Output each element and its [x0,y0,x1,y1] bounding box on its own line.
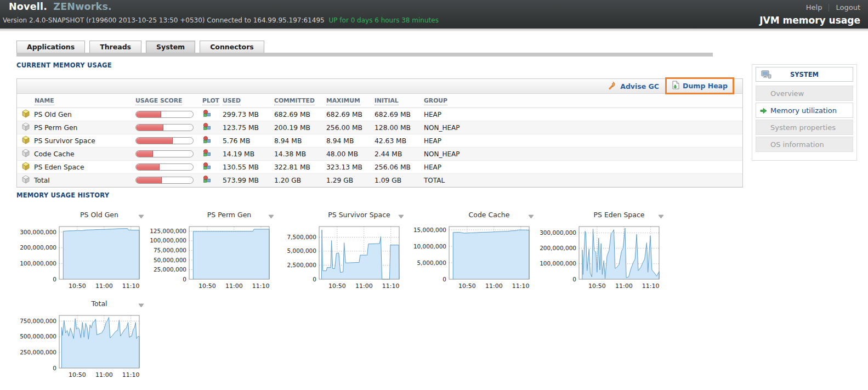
plot-cell [202,122,223,133]
group-value: HEAP [424,163,742,171]
committed-value: 200.19 MB [274,124,326,132]
sidebar-system-header[interactable]: SYSTEM [756,67,853,82]
column-header-name: NAME [17,97,135,104]
column-header-used: USED [223,97,274,104]
dump-heap-label: Dump Heap [683,82,728,90]
column-header-label[interactable]: USED [223,97,241,105]
version-line: Version 2.4.0-SNAPSHOT (r199600 2013-10-… [3,16,439,24]
column-header-label[interactable]: USAGE SCORE [135,97,182,105]
links-divider [829,4,829,12]
chart-icon[interactable] [202,149,211,159]
chart-title-row: PS Eden Space [536,209,666,222]
svg-text:5,000,000: 5,000,000 [287,247,316,254]
brand-logo: Novell. ZENworks. [9,1,112,12]
svg-text:100,000,000: 100,000,000 [20,260,56,267]
chevron-down-icon[interactable] [138,213,144,221]
chevron-down-icon[interactable] [528,213,534,221]
plot-cell [202,135,223,146]
sidebar-item-system-properties[interactable]: System properties [756,120,853,135]
tab-connectors[interactable]: Connectors [200,41,264,53]
sidebar-item-os-information[interactable]: OS information [756,137,853,152]
maximum-value: 8.94 MB [326,137,375,145]
chevron-down-icon[interactable] [138,302,144,309]
chart-plot: 025,000,00050,000,00075,000,000100,000,0… [146,222,276,292]
chevron-down-icon[interactable] [658,213,664,221]
svg-text:11:00: 11:00 [485,282,503,290]
table-row: PS Eden Space130.55 MB322.81 MB323.13 MB… [17,161,742,174]
group-value: NON_HEAP [424,150,742,158]
chart-icon[interactable] [202,175,211,185]
chart-title-row: Code Cache [406,209,536,222]
initial-value: 1.09 GB [375,177,424,184]
document-download-icon [672,81,680,91]
chart-title: Total [59,299,139,308]
chart-title: PS Eden Space [579,211,659,219]
svg-text:25,000,000: 25,000,000 [154,266,186,273]
tab-applications[interactable]: Applications [16,41,85,53]
chart-icon[interactable] [202,162,211,172]
pool-name: PS Old Gen [34,111,72,118]
svg-text:11:00: 11:00 [615,282,633,290]
tab-system[interactable]: System [146,41,195,53]
history-chart-code-cache: Code Cache05,000,00010,000,00015,000,000… [406,209,536,294]
pool-name-cell: Code Cache [17,149,135,159]
sidebar-item-label: OS information [770,140,824,149]
committed-value: 682.69 MB [274,111,326,118]
svg-text:10,000,000: 10,000,000 [413,243,446,250]
svg-text:0: 0 [313,276,316,282]
maximum-value: 682.69 MB [326,111,375,118]
logout-link[interactable]: Logout [836,3,860,12]
column-header-maximum: MAXIMUM [326,97,375,104]
usage-score-fill [136,164,160,170]
pool-name: Code Cache [34,150,75,158]
chart-icon[interactable] [202,109,211,120]
svg-text:5,000,000: 5,000,000 [417,259,446,266]
pool-name: PS Eden Space [34,163,84,171]
chart-plot: 0100,000,000200,000,000300,000,00010:501… [536,222,666,292]
maximum-value: 1.29 GB [326,177,375,184]
initial-value: 256.06 MB [375,163,424,171]
svg-text:11:10: 11:10 [642,282,660,290]
tab-threads[interactable]: Threads [89,41,141,53]
pool-name-cell: PS Perm Gen [17,122,135,133]
column-header-label[interactable]: COMMITTED [274,97,315,105]
tab-bar: ApplicationsThreadsSystemConnectors [16,41,264,53]
initial-value: 2.44 MB [375,150,424,158]
sidebar-item-overview[interactable]: Overview [756,86,853,101]
pool-name: PS Perm Gen [34,124,77,132]
sidebar-item-memory-utilization[interactable]: Memory utilization [756,103,853,118]
chart-icon[interactable] [202,122,211,133]
used-value: 573.99 MB [223,177,274,184]
svg-text:250,000,000: 250,000,000 [20,349,56,355]
column-header-usage-score: USAGE SCORE [135,97,202,104]
top-links: Help Logout [806,3,860,12]
usage-score-cell [135,177,202,184]
column-header-group: GROUP [424,97,742,104]
help-link[interactable]: Help [806,3,822,12]
advise-gc-button[interactable]: Advise GC [608,79,659,93]
usage-score-fill [136,125,163,131]
svg-text:0: 0 [572,276,576,282]
history-chart-ps-eden-space: PS Eden Space0100,000,000200,000,000300,… [536,209,666,294]
column-header-label[interactable]: INITIAL [375,97,399,105]
dump-heap-button[interactable]: Dump Heap [672,81,728,91]
chart-title-row: PS Perm Gen [146,209,276,222]
usage-score-bar [135,137,194,144]
chevron-down-icon[interactable] [268,213,274,221]
brand-novell: Novell. [9,1,47,12]
computer-icon [761,70,771,81]
svg-text:11:10: 11:10 [512,282,530,290]
table-row: Code Cache14.19 MB14.38 MB48.00 MB2.44 M… [17,148,742,161]
chart-icon[interactable] [202,135,211,146]
usage-score-bar [135,111,194,118]
version-text: Version 2.4.0-SNAPSHOT (r199600 2013-10-… [3,16,325,24]
chevron-down-icon[interactable] [398,213,404,221]
column-header-label[interactable]: GROUP [424,97,447,105]
column-header-label[interactable]: PLOT [202,97,219,105]
svg-text:0: 0 [53,276,56,282]
column-header-label[interactable]: MAXIMUM [326,97,360,105]
usage-score-cell [135,124,202,131]
sidebar-items: OverviewMemory utilizationSystem propert… [756,86,853,154]
svg-text:75,000,000: 75,000,000 [154,247,186,253]
column-header-label[interactable]: NAME [35,97,54,105]
